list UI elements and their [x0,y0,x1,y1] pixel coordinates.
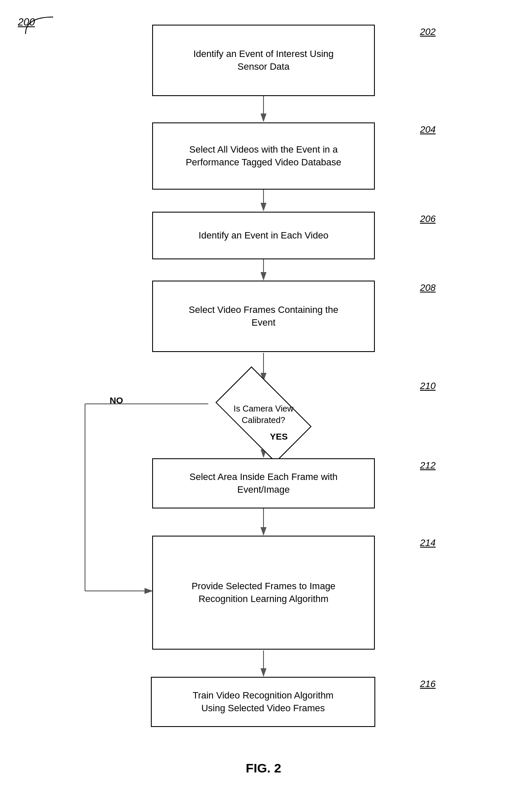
no-label: NO [110,395,123,406]
ref-202: 202 [420,26,436,37]
box-206: Identify an Event in Each Video [152,212,375,259]
ref-214: 214 [420,537,436,548]
figure-caption: FIG. 2 [221,761,306,775]
box-204: Select All Videos with the Event in aPer… [152,122,375,190]
ref-216: 216 [420,679,436,690]
ref-206: 206 [420,213,436,224]
box-214: Provide Selected Frames to ImageRecognit… [152,536,375,650]
box-208: Select Video Frames Containing theEvent [152,281,375,352]
ref-204: 204 [420,124,436,135]
ref-212: 212 [420,460,436,471]
yes-label: YES [270,432,288,442]
box-212: Select Area Inside Each Frame withEvent/… [152,458,375,508]
bracket-arc [23,15,57,36]
ref-208: 208 [420,282,436,293]
diagram-container: 200 Identify an Event of Interest UsingS… [0,0,527,812]
ref-210: 210 [420,380,436,392]
diamond-text: Is Camera ViewCalibrated? [230,403,298,426]
box-202: Identify an Event of Interest UsingSenso… [152,25,375,96]
diamond-210: Is Camera ViewCalibrated? [208,380,319,449]
box-216: Train Video Recognition AlgorithmUsing S… [151,677,375,727]
